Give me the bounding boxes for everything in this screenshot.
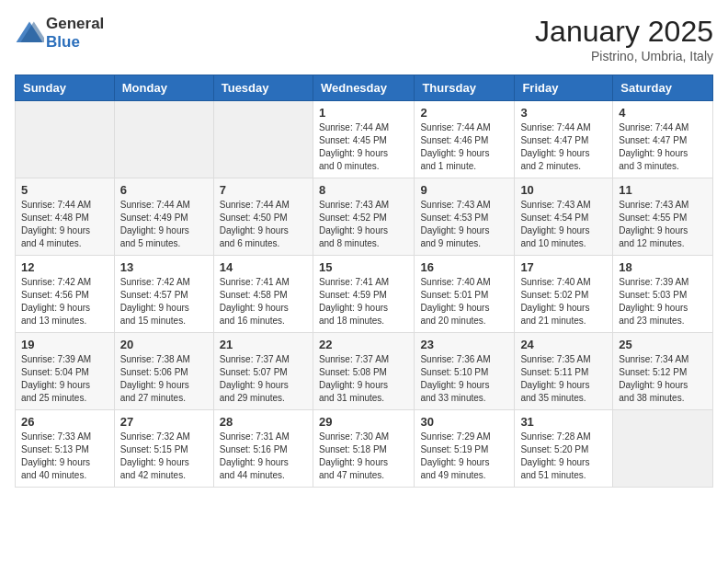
day-number: 14	[220, 260, 307, 274]
day-cell: 9Sunrise: 7:43 AMSunset: 4:53 PMDaylight…	[415, 178, 515, 256]
day-cell: 26Sunrise: 7:33 AMSunset: 5:13 PMDayligh…	[16, 410, 115, 488]
day-info: Sunrise: 7:44 AMSunset: 4:47 PMDaylight:…	[520, 121, 607, 173]
day-cell: 27Sunrise: 7:32 AMSunset: 5:15 PMDayligh…	[114, 410, 213, 488]
day-number: 30	[420, 415, 508, 429]
week-row-3: 12Sunrise: 7:42 AMSunset: 4:56 PMDayligh…	[16, 256, 713, 333]
weekday-header-sunday: Sunday	[16, 75, 115, 101]
day-info: Sunrise: 7:44 AMSunset: 4:50 PMDaylight:…	[220, 199, 307, 250]
day-cell: 21Sunrise: 7:37 AMSunset: 5:07 PMDayligh…	[213, 333, 313, 410]
day-number: 21	[220, 338, 307, 351]
day-cell: 10Sunrise: 7:43 AMSunset: 4:54 PMDayligh…	[515, 178, 613, 256]
day-cell: 22Sunrise: 7:37 AMSunset: 5:08 PMDayligh…	[313, 333, 414, 410]
day-cell: 14Sunrise: 7:41 AMSunset: 4:58 PMDayligh…	[213, 256, 313, 333]
day-info: Sunrise: 7:41 AMSunset: 4:59 PMDaylight:…	[319, 276, 408, 327]
day-info: Sunrise: 7:44 AMSunset: 4:47 PMDaylight:…	[619, 121, 707, 173]
weekday-header-thursday: Thursday	[415, 75, 515, 101]
day-cell: 17Sunrise: 7:40 AMSunset: 5:02 PMDayligh…	[515, 256, 613, 333]
day-info: Sunrise: 7:42 AMSunset: 4:56 PMDaylight:…	[21, 276, 108, 327]
day-number: 22	[319, 338, 408, 351]
day-cell: 7Sunrise: 7:44 AMSunset: 4:50 PMDaylight…	[213, 178, 313, 256]
logo-blue: Blue	[46, 33, 80, 51]
day-number: 16	[420, 260, 508, 274]
week-row-2: 5Sunrise: 7:44 AMSunset: 4:48 PMDaylight…	[16, 178, 713, 256]
day-info: Sunrise: 7:28 AMSunset: 5:20 PMDaylight:…	[520, 431, 607, 482]
day-number: 13	[120, 260, 208, 274]
page-header: General Blue January 2025 Pistrino, Umbr…	[15, 15, 713, 63]
month-title: January 2025	[535, 15, 713, 49]
day-number: 25	[619, 338, 707, 351]
day-info: Sunrise: 7:40 AMSunset: 5:01 PMDaylight:…	[420, 276, 508, 327]
day-number: 19	[21, 338, 108, 351]
day-info: Sunrise: 7:30 AMSunset: 5:18 PMDaylight:…	[319, 431, 408, 482]
day-cell: 31Sunrise: 7:28 AMSunset: 5:20 PMDayligh…	[515, 410, 613, 488]
day-number: 20	[120, 338, 208, 351]
day-number: 26	[21, 415, 108, 429]
day-cell: 12Sunrise: 7:42 AMSunset: 4:56 PMDayligh…	[16, 256, 115, 333]
weekday-header-friday: Friday	[515, 75, 613, 101]
day-number: 2	[420, 106, 508, 120]
day-number: 12	[21, 260, 108, 274]
day-number: 8	[319, 183, 408, 197]
day-cell: 23Sunrise: 7:36 AMSunset: 5:10 PMDayligh…	[415, 333, 515, 410]
day-cell: 28Sunrise: 7:31 AMSunset: 5:16 PMDayligh…	[213, 410, 313, 488]
day-info: Sunrise: 7:34 AMSunset: 5:12 PMDaylight:…	[619, 353, 707, 405]
day-info: Sunrise: 7:40 AMSunset: 5:02 PMDaylight:…	[520, 276, 607, 327]
day-info: Sunrise: 7:37 AMSunset: 5:08 PMDaylight:…	[319, 353, 408, 405]
day-info: Sunrise: 7:32 AMSunset: 5:15 PMDaylight:…	[120, 431, 208, 482]
location-title: Pistrino, Umbria, Italy	[535, 49, 713, 63]
day-cell: 6Sunrise: 7:44 AMSunset: 4:49 PMDaylight…	[114, 178, 213, 256]
day-number: 27	[120, 415, 208, 429]
day-number: 4	[619, 106, 707, 120]
day-info: Sunrise: 7:43 AMSunset: 4:54 PMDaylight:…	[520, 199, 607, 250]
day-info: Sunrise: 7:44 AMSunset: 4:45 PMDaylight:…	[319, 121, 408, 173]
day-number: 17	[520, 260, 607, 274]
day-cell: 30Sunrise: 7:29 AMSunset: 5:19 PMDayligh…	[415, 410, 515, 488]
calendar-table: SundayMondayTuesdayWednesdayThursdayFrid…	[15, 75, 713, 488]
day-info: Sunrise: 7:39 AMSunset: 5:03 PMDaylight:…	[619, 276, 707, 327]
day-cell: 19Sunrise: 7:39 AMSunset: 5:04 PMDayligh…	[16, 333, 115, 410]
day-number: 7	[220, 183, 307, 197]
day-info: Sunrise: 7:38 AMSunset: 5:06 PMDaylight:…	[120, 353, 208, 405]
day-info: Sunrise: 7:29 AMSunset: 5:19 PMDaylight:…	[420, 431, 508, 482]
day-info: Sunrise: 7:44 AMSunset: 4:49 PMDaylight:…	[120, 199, 208, 250]
day-cell: 20Sunrise: 7:38 AMSunset: 5:06 PMDayligh…	[114, 333, 213, 410]
week-row-4: 19Sunrise: 7:39 AMSunset: 5:04 PMDayligh…	[16, 333, 713, 410]
weekday-header-saturday: Saturday	[613, 75, 713, 101]
day-cell: 2Sunrise: 7:44 AMSunset: 4:46 PMDaylight…	[415, 101, 515, 178]
day-info: Sunrise: 7:44 AMSunset: 4:48 PMDaylight:…	[21, 199, 108, 250]
weekday-header-wednesday: Wednesday	[313, 75, 414, 101]
day-cell: 25Sunrise: 7:34 AMSunset: 5:12 PMDayligh…	[613, 333, 713, 410]
day-info: Sunrise: 7:43 AMSunset: 4:52 PMDaylight:…	[319, 199, 408, 250]
day-info: Sunrise: 7:43 AMSunset: 4:55 PMDaylight:…	[619, 199, 707, 250]
day-number: 9	[420, 183, 508, 197]
day-cell: 13Sunrise: 7:42 AMSunset: 4:57 PMDayligh…	[114, 256, 213, 333]
day-number: 3	[520, 106, 607, 120]
day-number: 24	[520, 338, 607, 351]
title-block: January 2025 Pistrino, Umbria, Italy	[535, 15, 713, 63]
day-info: Sunrise: 7:35 AMSunset: 5:11 PMDaylight:…	[520, 353, 607, 405]
logo-icon	[15, 20, 44, 46]
day-number: 28	[220, 415, 307, 429]
day-cell: 11Sunrise: 7:43 AMSunset: 4:55 PMDayligh…	[613, 178, 713, 256]
weekday-header-tuesday: Tuesday	[213, 75, 313, 101]
logo: General Blue	[15, 15, 104, 52]
day-cell: 18Sunrise: 7:39 AMSunset: 5:03 PMDayligh…	[613, 256, 713, 333]
weekday-header-row: SundayMondayTuesdayWednesdayThursdayFrid…	[16, 75, 713, 101]
day-info: Sunrise: 7:37 AMSunset: 5:07 PMDaylight:…	[220, 353, 307, 405]
day-cell	[114, 101, 213, 178]
day-cell: 24Sunrise: 7:35 AMSunset: 5:11 PMDayligh…	[515, 333, 613, 410]
day-info: Sunrise: 7:44 AMSunset: 4:46 PMDaylight:…	[420, 121, 508, 173]
logo-general: General	[46, 15, 104, 32]
day-cell: 1Sunrise: 7:44 AMSunset: 4:45 PMDaylight…	[313, 101, 414, 178]
day-cell: 29Sunrise: 7:30 AMSunset: 5:18 PMDayligh…	[313, 410, 414, 488]
day-cell: 8Sunrise: 7:43 AMSunset: 4:52 PMDaylight…	[313, 178, 414, 256]
day-number: 5	[21, 183, 108, 197]
day-info: Sunrise: 7:31 AMSunset: 5:16 PMDaylight:…	[220, 431, 307, 482]
day-cell: 5Sunrise: 7:44 AMSunset: 4:48 PMDaylight…	[16, 178, 115, 256]
day-cell	[613, 410, 713, 488]
day-info: Sunrise: 7:39 AMSunset: 5:04 PMDaylight:…	[21, 353, 108, 405]
day-number: 10	[520, 183, 607, 197]
day-info: Sunrise: 7:43 AMSunset: 4:53 PMDaylight:…	[420, 199, 508, 250]
day-cell: 3Sunrise: 7:44 AMSunset: 4:47 PMDaylight…	[515, 101, 613, 178]
day-info: Sunrise: 7:42 AMSunset: 4:57 PMDaylight:…	[120, 276, 208, 327]
